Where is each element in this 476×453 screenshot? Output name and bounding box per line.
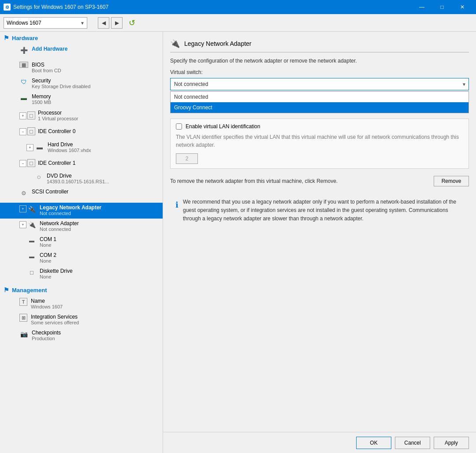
sidebar-item-network-adapter[interactable]: + 🔌 Network Adapter Not connected	[0, 219, 163, 234]
sidebar-item-processor[interactable]: + □ Processor 1 Virtual processor	[0, 108, 163, 123]
com2-icon: ▬	[27, 252, 36, 261]
diskette-sub: None	[40, 274, 73, 279]
sidebar-item-dvd[interactable]: ○ DVD Drive 14393.0.160715-1616.RS1...	[0, 171, 163, 187]
ok-button[interactable]: OK	[356, 437, 391, 449]
sidebar-item-diskette[interactable]: □ Diskette Drive None	[0, 266, 163, 282]
maximize-button[interactable]: □	[432, 0, 452, 14]
com1-sub: None	[40, 242, 56, 248]
sidebar-item-com1[interactable]: ▬ COM 1 None	[0, 234, 163, 250]
description-text: Specify the configuration of the network…	[170, 58, 469, 64]
window-controls: — □ ✕	[412, 0, 472, 14]
security-icon: 🛡	[19, 78, 28, 86]
sidebar-item-legacy-nic[interactable]: + 🔌 Legacy Network Adapter Not connected	[0, 203, 163, 219]
diskette-label: Diskette Drive	[40, 268, 73, 274]
refresh-button[interactable]: ↺	[126, 17, 138, 29]
harddrive-expand-icon[interactable]: +	[26, 144, 33, 151]
sidebar-item-scsi[interactable]: ⚙ SCSI Controller	[0, 187, 163, 203]
dropdown-list: Not connected Groovy Connect	[170, 91, 469, 113]
vlan-section: Enable virtual LAN identification The VL…	[170, 119, 469, 169]
sidebar-item-bios[interactable]: ▦ BIOS Boot from CD	[0, 60, 163, 76]
dvd-sub: 14393.0.160715-1616.RS1...	[47, 179, 109, 184]
legacy-nic-text: Legacy Network Adapter Not connected	[40, 204, 101, 216]
sidebar-item-com2[interactable]: ▬ COM 2 None	[0, 250, 163, 266]
network-adapter-sub: Not connected	[40, 226, 79, 232]
legacy-nic-icon: 🔌	[27, 205, 36, 214]
vlan-description: The VLAN identifier specifies the virtua…	[176, 133, 463, 149]
back-button[interactable]: ◀	[98, 17, 109, 29]
cancel-button[interactable]: Cancel	[395, 437, 430, 449]
processor-icon: □	[27, 111, 35, 119]
bios-text: BIOS Boot from CD	[32, 62, 61, 73]
hardware-section-icon: ⚑	[4, 34, 9, 41]
sidebar-item-memory[interactable]: ▬ Memory 1500 MB	[0, 92, 163, 108]
sidebar-item-integration[interactable]: ⊞ Integration Services Some services off…	[0, 312, 163, 328]
minimize-button[interactable]: —	[412, 0, 432, 14]
remove-button[interactable]: Remove	[434, 176, 469, 186]
add-hardware-label: Add Hardware	[32, 46, 67, 52]
sidebar-item-harddrive[interactable]: + ▬ Hard Drive Windows 1607.vhdx	[0, 139, 163, 155]
memory-icon: ▬	[19, 93, 28, 102]
vlan-input[interactable]	[176, 153, 198, 164]
legacy-nic-label: Legacy Network Adapter	[40, 204, 101, 211]
legacy-nic-expand-icon[interactable]: +	[19, 205, 26, 212]
security-text: Security Key Storage Drive disabled	[32, 78, 90, 89]
security-label: Security	[32, 78, 90, 84]
bios-icon: ▦	[19, 62, 28, 68]
network-adapter-icon: 🔌	[27, 220, 36, 229]
harddrive-text: Hard Drive Windows 1607.vhdx	[48, 141, 91, 153]
sidebar-scroll[interactable]: ⚑ Hardware ➕ Add Hardware ▦ BIOS Boot fr…	[0, 32, 163, 453]
processor-expand-icon[interactable]: +	[19, 112, 26, 119]
harddrive-sub: Windows 1607.vhdx	[48, 148, 91, 153]
sidebar-item-ide1[interactable]: − □ IDE Controller 1	[0, 155, 163, 171]
ide1-expand-icon[interactable]: −	[19, 160, 26, 167]
vm-selector-wrapper[interactable]: Windows 1607 ▼	[4, 17, 87, 29]
checkpoints-icon: 📷	[19, 330, 28, 338]
name-label: Name	[31, 298, 63, 304]
ide0-expand-icon[interactable]: −	[19, 128, 26, 135]
window-title: Settings for Windows 1607 on SP3-1607	[13, 4, 412, 10]
info-icon: ℹ	[175, 199, 178, 212]
scsi-icon: ⚙	[19, 189, 28, 197]
apply-button[interactable]: Apply	[434, 437, 469, 449]
panel-header-icon: 🔌	[170, 39, 180, 48]
sidebar-item-add-hardware[interactable]: ➕ Add Hardware	[0, 44, 163, 60]
management-section-label: Management	[12, 287, 47, 293]
com2-sub: None	[40, 258, 56, 264]
sidebar-item-checkpoints[interactable]: 📷 Checkpoints Production	[0, 328, 163, 344]
dropdown-option-groovy-connect[interactable]: Groovy Connect	[171, 102, 469, 113]
forward-button[interactable]: ▶	[111, 17, 123, 29]
toolbar: Windows 1607 ▼ ◀ ▶ ↺	[0, 14, 476, 32]
refresh-icon: ↺	[129, 18, 135, 28]
integration-icon: ⊞	[19, 314, 27, 322]
vm-selector[interactable]: Windows 1607	[4, 17, 87, 29]
remove-text: To remove the network adapter from this …	[170, 178, 434, 184]
hardware-section-label: Hardware	[12, 35, 38, 41]
virtual-switch-label: Virtual switch:	[170, 69, 469, 75]
virtual-switch-container[interactable]: Not connected ▼	[170, 78, 469, 90]
close-button[interactable]: ✕	[452, 0, 472, 14]
title-bar: ⚙ Settings for Windows 1607 on SP3-1607 …	[0, 0, 476, 14]
scsi-label: SCSI Controller	[32, 189, 68, 195]
com1-icon: ▬	[27, 236, 36, 245]
enable-vlan-checkbox[interactable]	[176, 123, 182, 130]
enable-vlan-label[interactable]: Enable virtual LAN identification	[186, 123, 260, 130]
name-text: Name Windows 1607	[31, 298, 63, 309]
sidebar-item-security[interactable]: 🛡 Security Key Storage Drive disabled	[0, 76, 163, 92]
network-adapter-label: Network Adapter	[40, 220, 79, 226]
ide0-text: IDE Controller 0	[38, 128, 75, 134]
memory-label: Memory	[32, 93, 51, 100]
content-area: ⚑ Hardware ➕ Add Hardware ▦ BIOS Boot fr…	[0, 32, 476, 453]
panel-content: 🔌 Legacy Network Adapter Specify the con…	[163, 32, 476, 432]
integration-label: Integration Services	[31, 314, 79, 320]
add-hardware-text: Add Hardware	[32, 46, 67, 52]
integration-text: Integration Services Some services offer…	[31, 314, 79, 325]
virtual-switch-display[interactable]: Not connected	[170, 78, 469, 90]
sidebar-item-ide0[interactable]: − □ IDE Controller 0	[0, 123, 163, 139]
right-panel: 🔌 Legacy Network Adapter Specify the con…	[163, 32, 476, 453]
checkpoints-text: Checkpoints Production	[32, 330, 61, 341]
bios-sub: Boot from CD	[32, 68, 61, 73]
network-adapter-expand-icon[interactable]: +	[19, 221, 26, 228]
dropdown-option-not-connected[interactable]: Not connected	[171, 92, 469, 102]
panel-header: 🔌 Legacy Network Adapter	[170, 39, 469, 52]
sidebar-item-name[interactable]: T Name Windows 1607	[0, 296, 163, 312]
